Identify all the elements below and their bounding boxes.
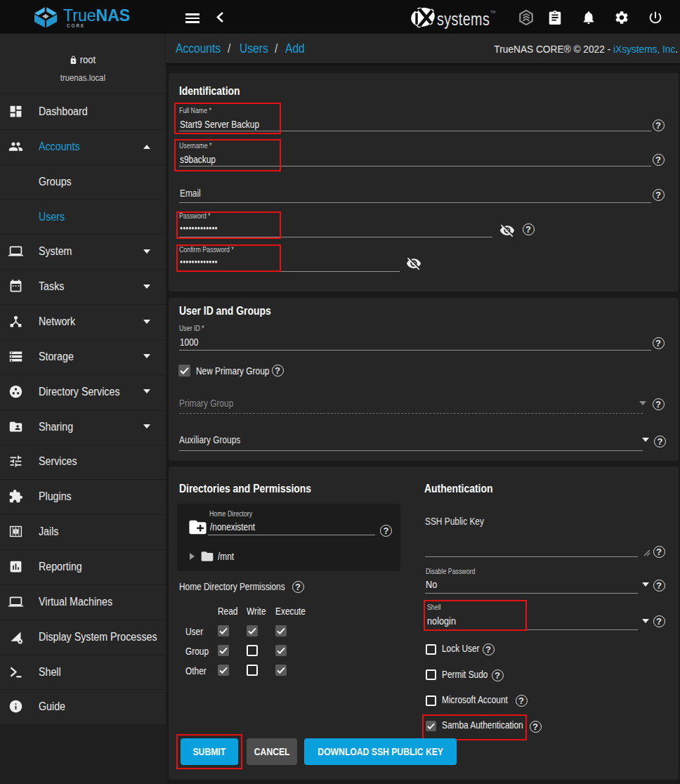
svg-text:TM: TM	[490, 10, 495, 14]
svg-text:systems: systems	[437, 10, 490, 30]
